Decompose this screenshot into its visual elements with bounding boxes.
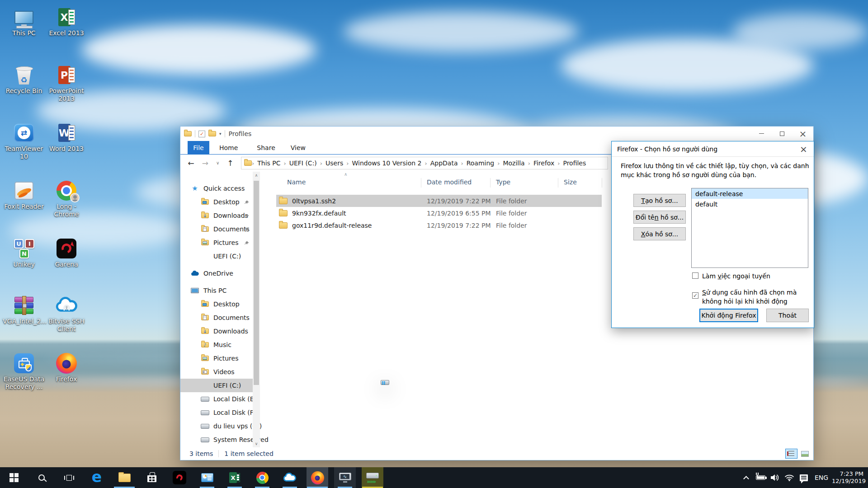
sidebar-item-pictures-2[interactable]: Pictures: [180, 352, 260, 365]
desktop-icon-easeus[interactable]: EaseUS Data Recovery ...: [3, 352, 45, 391]
desktop-icon-powerpoint[interactable]: PowerPoint 2013: [45, 64, 88, 103]
delete-profile-button[interactable]: Xóa hồ sơ...: [633, 227, 686, 240]
column-divider[interactable]: [558, 178, 558, 188]
tray-battery[interactable]: [753, 467, 768, 488]
tab-file[interactable]: File: [188, 141, 209, 154]
desktop-icon-garena[interactable]: Garena: [45, 238, 88, 268]
start-button[interactable]: [3, 467, 25, 488]
column-divider[interactable]: [490, 178, 491, 188]
profile-listbox[interactable]: default-release default: [691, 188, 808, 268]
breadcrumb-item[interactable]: Mozilla: [500, 160, 528, 167]
checkbox-unchecked-icon[interactable]: [692, 272, 698, 279]
sidebar-item-uefi-c[interactable]: UEFI (C:): [180, 249, 260, 263]
checkbox-checked-icon[interactable]: [692, 292, 698, 299]
taskbar-file-explorer-button[interactable]: [113, 467, 135, 488]
sidebar-item-downloads[interactable]: Downloads: [180, 209, 260, 222]
forward-arrow-icon[interactable]: [202, 160, 208, 167]
file-row[interactable]: 9kn932fx.default 12/19/2019 6:55 PM File…: [276, 207, 602, 219]
tab-share[interactable]: Share: [250, 141, 281, 154]
breadcrumb-item[interactable]: Users: [322, 160, 346, 167]
thumbnail-view-button[interactable]: [799, 449, 811, 459]
rename-profile-button[interactable]: Đổi tên hồ sơ...: [633, 211, 686, 224]
column-divider[interactable]: [421, 178, 421, 188]
maximize-button[interactable]: [772, 127, 793, 141]
dialog-titlebar[interactable]: Firefox - Chọn hồ sơ người dùng: [612, 141, 814, 157]
create-profile-button[interactable]: Tạo hồ sơ...: [633, 194, 686, 207]
dialog-close-icon[interactable]: [793, 141, 814, 156]
customize-toolbar-chevron-icon[interactable]: [219, 131, 222, 136]
properties-check-icon[interactable]: [198, 131, 205, 137]
desktop-icon-teamviewer[interactable]: TeamViewer 10: [3, 122, 45, 160]
taskbar-bitvise-button[interactable]: [279, 467, 301, 488]
desktop-icon-word[interactable]: Word 2013: [45, 122, 88, 153]
desktop-icon-excel[interactable]: Excel 2013: [45, 6, 88, 37]
sidebar-item-quick-access[interactable]: Quick access: [180, 182, 260, 195]
desktop-icon-recycle-bin[interactable]: Recycle Bin: [3, 64, 45, 95]
profile-item-selected[interactable]: default-release: [692, 188, 808, 199]
scroll-up-arrow-icon[interactable]: [253, 173, 260, 178]
taskbar-firefox-button[interactable]: [307, 467, 328, 488]
tray-network[interactable]: [782, 467, 797, 488]
column-header-name[interactable]: Name: [287, 178, 306, 186]
desktop-icon-chrome-profile[interactable]: Long - Chrome: [45, 180, 88, 218]
sidebar-item-documents[interactable]: Documents: [180, 222, 260, 236]
explorer-titlebar[interactable]: Profiles: [180, 127, 813, 141]
sidebar-item-local-disk-f[interactable]: Local Disk (F:): [180, 406, 260, 419]
minimize-button[interactable]: [751, 127, 772, 141]
sidebar-item-videos[interactable]: Videos: [180, 365, 260, 379]
sidebar-scrollbar[interactable]: [253, 172, 260, 447]
tray-action-center[interactable]: [797, 467, 811, 488]
sidebar-item-documents-2[interactable]: Documents: [180, 311, 260, 324]
up-arrow-icon[interactable]: [227, 160, 233, 167]
exit-button[interactable]: Thoát: [766, 309, 809, 322]
taskbar-remote-monitor-button[interactable]: [334, 467, 356, 488]
back-arrow-icon[interactable]: [188, 160, 194, 167]
desktop-icon-winrar-archive[interactable]: VGA_Intel_2...: [3, 295, 45, 325]
work-offline-checkbox[interactable]: Làm việc ngoại tuyến: [692, 272, 770, 281]
address-bar[interactable]: This PC UEFI (C:) Users Windows 10 Versi…: [241, 157, 608, 169]
taskbar-disk-tool-button[interactable]: [362, 467, 383, 488]
sidebar-item-local-disk-e[interactable]: Local Disk (E:): [180, 392, 260, 406]
start-firefox-button[interactable]: Khởi động Firefox: [699, 309, 758, 322]
close-button[interactable]: [793, 127, 813, 141]
breadcrumb-item[interactable]: This PC: [254, 160, 283, 167]
taskbar-excel-button[interactable]: [224, 467, 245, 488]
tray-show-hidden-icons[interactable]: [739, 467, 753, 488]
tray-clock[interactable]: 7:23 PM 12/19/2019: [832, 470, 865, 485]
sidebar-item-music[interactable]: Music: [180, 338, 260, 352]
scrollbar-thumb[interactable]: [254, 181, 259, 385]
sidebar-item-this-pc[interactable]: This PC: [180, 284, 260, 297]
sidebar-item-system-reserved[interactable]: System Reserved: [180, 433, 260, 446]
sidebar-item-pictures[interactable]: Pictures: [180, 236, 260, 249]
use-selected-profile-checkbox[interactable]: Sử dụng cấu hình đã chọn mà không hỏi lạ…: [692, 288, 805, 306]
recent-locations-chevron-icon[interactable]: [216, 161, 219, 165]
desktop-icon-bitvise-ssh[interactable]: Bitvise SSH Client: [45, 295, 88, 333]
sidebar-item-desktop[interactable]: Desktop: [180, 195, 260, 209]
profile-item[interactable]: default: [692, 199, 808, 209]
taskbar-garena-button[interactable]: [169, 467, 190, 488]
tray-volume[interactable]: [768, 467, 782, 488]
task-view-button[interactable]: [58, 467, 80, 488]
breadcrumb-item[interactable]: Windows 10 Version 2: [349, 160, 425, 167]
sidebar-item-uefi-c-selected[interactable]: UEFI (C:): [180, 379, 260, 392]
taskbar-search-button[interactable]: [31, 467, 52, 488]
desktop-icon-this-pc[interactable]: This PC: [3, 6, 45, 37]
column-header-size[interactable]: Size: [564, 178, 577, 186]
column-divider[interactable]: [602, 178, 602, 188]
tray-language[interactable]: ENG: [811, 474, 832, 481]
column-header-date[interactable]: Date modified: [427, 178, 472, 186]
desktop-icon-foxit-reader[interactable]: Foxit Reader: [3, 180, 45, 211]
taskbar-edge-button[interactable]: [86, 467, 108, 488]
scroll-down-arrow-icon[interactable]: [253, 441, 260, 446]
tab-home[interactable]: Home: [213, 141, 244, 154]
file-row[interactable]: gox11r9d.default-release 12/19/2019 7:22…: [276, 219, 602, 231]
taskbar-store-button[interactable]: [141, 467, 163, 488]
breadcrumb-item[interactable]: Firefox: [530, 160, 557, 167]
sidebar-item-downloads-2[interactable]: Downloads: [180, 324, 260, 338]
sidebar-item-onedrive[interactable]: OneDrive: [180, 267, 260, 280]
sidebar-item-desktop-2[interactable]: Desktop: [180, 297, 260, 311]
breadcrumb-item[interactable]: Roaming: [463, 160, 498, 167]
breadcrumb-item[interactable]: Profiles: [560, 160, 589, 167]
taskbar-chrome-button[interactable]: [251, 467, 273, 488]
tab-view[interactable]: View: [284, 141, 312, 154]
